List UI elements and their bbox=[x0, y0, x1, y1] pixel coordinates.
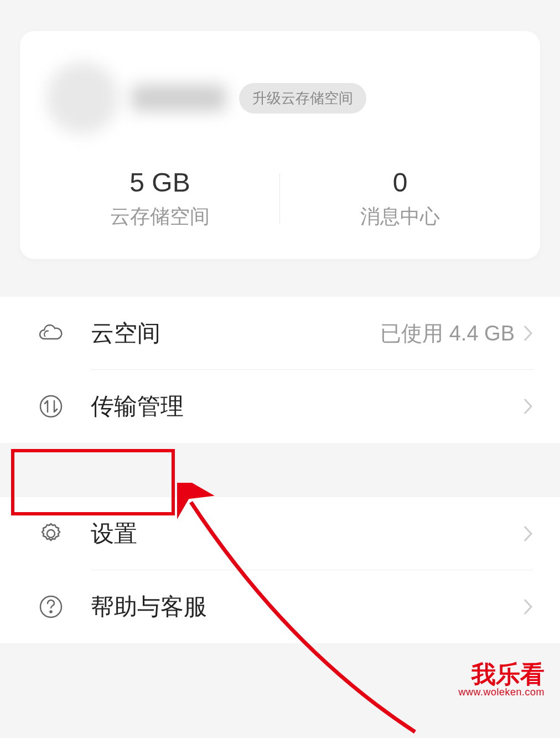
section-divider bbox=[0, 443, 560, 460]
menu-item-transfer[interactable]: 传输管理 bbox=[0, 370, 560, 443]
stat-storage-value: 5 GB bbox=[40, 167, 280, 198]
cloud-icon bbox=[35, 318, 66, 349]
menu-section-2: 设置 帮助与客服 bbox=[0, 497, 560, 643]
menu-value-cloud-usage: 已使用 4.4 GB bbox=[380, 319, 515, 348]
avatar[interactable] bbox=[46, 62, 118, 134]
stat-messages-value: 0 bbox=[280, 167, 520, 198]
menu-section-1: 云空间 已使用 4.4 GB 传输管理 bbox=[0, 297, 560, 443]
chevron-right-icon bbox=[522, 524, 533, 543]
stats-row: 5 GB 云存储空间 0 消息中心 bbox=[40, 156, 520, 230]
stat-messages[interactable]: 0 消息中心 bbox=[280, 167, 520, 230]
help-icon bbox=[35, 591, 66, 622]
stat-messages-label: 消息中心 bbox=[280, 203, 520, 230]
menu-label-settings: 设置 bbox=[91, 518, 522, 549]
menu-item-cloud-space[interactable]: 云空间 已使用 4.4 GB bbox=[0, 297, 560, 370]
transfer-icon bbox=[35, 391, 66, 422]
menu-item-settings[interactable]: 设置 bbox=[0, 497, 560, 570]
watermark: 我乐看 www.woleken.com bbox=[458, 662, 545, 698]
svg-point-1 bbox=[47, 530, 55, 538]
menu-label-cloud: 云空间 bbox=[91, 318, 380, 349]
profile-card: 升级云存储空间 5 GB 云存储空间 0 消息中心 bbox=[20, 31, 540, 259]
svg-point-3 bbox=[50, 611, 52, 613]
chevron-right-icon bbox=[522, 324, 533, 343]
watermark-url: www.woleken.com bbox=[458, 687, 545, 698]
chevron-right-icon bbox=[522, 597, 533, 616]
menu-label-transfer: 传输管理 bbox=[91, 391, 522, 422]
upgrade-storage-badge[interactable]: 升级云存储空间 bbox=[239, 83, 366, 113]
menu-item-help[interactable]: 帮助与客服 bbox=[0, 570, 560, 643]
chevron-right-icon bbox=[522, 397, 533, 416]
stat-storage-label: 云存储空间 bbox=[40, 203, 280, 230]
svg-point-0 bbox=[40, 396, 61, 417]
username-blurred bbox=[132, 85, 226, 111]
profile-header: 升级云存储空间 bbox=[40, 51, 520, 156]
watermark-text: 我乐看 bbox=[458, 662, 545, 687]
stat-storage[interactable]: 5 GB 云存储空间 bbox=[40, 167, 280, 230]
gear-icon bbox=[35, 518, 66, 549]
menu-label-help: 帮助与客服 bbox=[91, 591, 522, 622]
